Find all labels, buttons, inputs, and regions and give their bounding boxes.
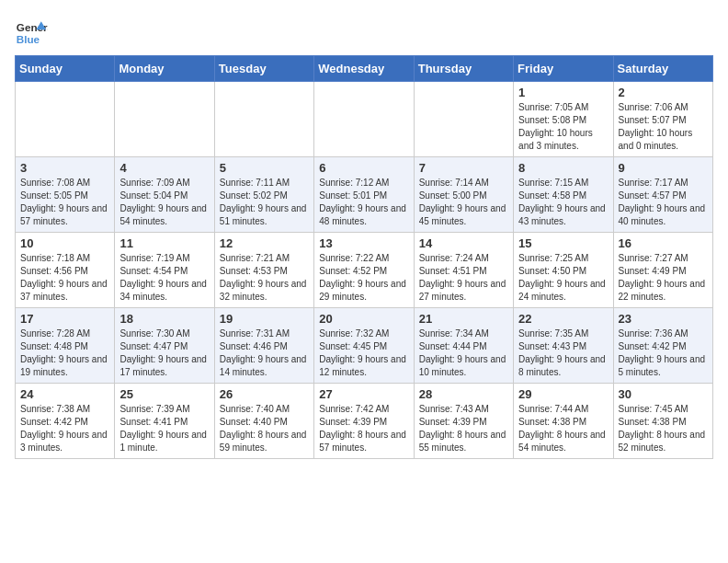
day-number: 8: [518, 161, 608, 175]
day-number: 27: [319, 387, 408, 401]
day-info: Sunrise: 7:35 AM Sunset: 4:43 PM Dayligh…: [518, 327, 608, 379]
calendar-day-cell: 20Sunrise: 7:32 AM Sunset: 4:45 PM Dayli…: [314, 308, 414, 384]
calendar-day-cell: 27Sunrise: 7:42 AM Sunset: 4:39 PM Dayli…: [314, 384, 414, 459]
logo: General Blue: [15, 15, 48, 48]
day-number: 2: [619, 86, 708, 99]
calendar-day-cell: 29Sunrise: 7:44 AM Sunset: 4:38 PM Dayli…: [514, 384, 613, 459]
day-number: 9: [619, 161, 708, 175]
calendar-day-cell: 6Sunrise: 7:12 AM Sunset: 5:01 PM Daylig…: [314, 157, 414, 233]
calendar-day-cell: 21Sunrise: 7:34 AM Sunset: 4:44 PM Dayli…: [414, 308, 513, 384]
calendar-week-row: 17Sunrise: 7:28 AM Sunset: 4:48 PM Dayli…: [16, 308, 713, 384]
weekday-header: Thursday: [414, 56, 513, 82]
calendar-day-cell: 17Sunrise: 7:28 AM Sunset: 4:48 PM Dayli…: [16, 308, 115, 384]
day-number: 29: [518, 387, 608, 401]
day-info: Sunrise: 7:19 AM Sunset: 4:54 PM Dayligh…: [119, 252, 209, 304]
day-info: Sunrise: 7:32 AM Sunset: 4:45 PM Dayligh…: [319, 327, 408, 379]
calendar-day-cell: 15Sunrise: 7:25 AM Sunset: 4:50 PM Dayli…: [514, 233, 613, 308]
day-number: 25: [119, 387, 209, 401]
calendar-day-cell: [414, 82, 513, 157]
day-info: Sunrise: 7:44 AM Sunset: 4:38 PM Dayligh…: [518, 403, 608, 454]
day-info: Sunrise: 7:21 AM Sunset: 4:53 PM Dayligh…: [220, 252, 309, 304]
day-number: 17: [20, 312, 109, 326]
calendar-day-cell: 19Sunrise: 7:31 AM Sunset: 4:46 PM Dayli…: [214, 308, 313, 384]
day-info: Sunrise: 7:24 AM Sunset: 4:51 PM Dayligh…: [419, 252, 508, 304]
day-number: 12: [220, 236, 309, 250]
calendar-day-cell: [16, 82, 115, 157]
calendar-day-cell: 30Sunrise: 7:45 AM Sunset: 4:38 PM Dayli…: [613, 384, 712, 459]
day-info: Sunrise: 7:18 AM Sunset: 4:56 PM Dayligh…: [20, 252, 109, 304]
weekday-header: Saturday: [613, 56, 712, 82]
day-info: Sunrise: 7:36 AM Sunset: 4:42 PM Dayligh…: [619, 327, 708, 379]
logo-icon: General Blue: [15, 15, 48, 48]
day-info: Sunrise: 7:08 AM Sunset: 5:05 PM Dayligh…: [20, 177, 109, 228]
day-number: 13: [319, 236, 408, 250]
day-info: Sunrise: 7:39 AM Sunset: 4:41 PM Dayligh…: [119, 403, 209, 454]
day-info: Sunrise: 7:12 AM Sunset: 5:01 PM Dayligh…: [319, 177, 408, 228]
day-info: Sunrise: 7:22 AM Sunset: 4:52 PM Dayligh…: [319, 252, 408, 304]
calendar-week-row: 24Sunrise: 7:38 AM Sunset: 4:42 PM Dayli…: [16, 384, 713, 459]
day-number: 6: [319, 161, 408, 175]
day-number: 10: [20, 236, 109, 250]
weekday-header: Tuesday: [214, 56, 313, 82]
calendar-day-cell: 25Sunrise: 7:39 AM Sunset: 4:41 PM Dayli…: [115, 384, 214, 459]
calendar-day-cell: 24Sunrise: 7:38 AM Sunset: 4:42 PM Dayli…: [16, 384, 115, 459]
svg-text:Blue: Blue: [17, 33, 40, 45]
calendar-day-cell: 22Sunrise: 7:35 AM Sunset: 4:43 PM Dayli…: [514, 308, 613, 384]
day-number: 21: [419, 312, 508, 326]
day-info: Sunrise: 7:15 AM Sunset: 4:58 PM Dayligh…: [518, 177, 608, 228]
day-info: Sunrise: 7:05 AM Sunset: 5:08 PM Dayligh…: [518, 101, 608, 153]
day-info: Sunrise: 7:34 AM Sunset: 4:44 PM Dayligh…: [419, 327, 508, 379]
day-number: 11: [119, 236, 209, 250]
day-number: 26: [220, 387, 309, 401]
calendar-week-row: 3Sunrise: 7:08 AM Sunset: 5:05 PM Daylig…: [16, 157, 713, 233]
weekday-header: Wednesday: [314, 56, 414, 82]
day-number: 14: [419, 236, 508, 250]
day-info: Sunrise: 7:43 AM Sunset: 4:39 PM Dayligh…: [419, 403, 508, 454]
weekday-header: Sunday: [16, 56, 115, 82]
day-number: 15: [518, 236, 608, 250]
calendar-day-cell: 28Sunrise: 7:43 AM Sunset: 4:39 PM Dayli…: [414, 384, 513, 459]
day-info: Sunrise: 7:38 AM Sunset: 4:42 PM Dayligh…: [20, 403, 109, 454]
calendar-day-cell: 9Sunrise: 7:17 AM Sunset: 4:57 PM Daylig…: [613, 157, 712, 233]
day-info: Sunrise: 7:11 AM Sunset: 5:02 PM Dayligh…: [220, 177, 309, 228]
calendar-day-cell: 12Sunrise: 7:21 AM Sunset: 4:53 PM Dayli…: [214, 233, 313, 308]
day-number: 28: [419, 387, 508, 401]
day-number: 4: [119, 161, 209, 175]
calendar-table: SundayMondayTuesdayWednesdayThursdayFrid…: [15, 55, 713, 459]
day-info: Sunrise: 7:17 AM Sunset: 4:57 PM Dayligh…: [619, 177, 708, 228]
day-number: 30: [619, 387, 708, 401]
day-info: Sunrise: 7:45 AM Sunset: 4:38 PM Dayligh…: [619, 403, 708, 454]
calendar-day-cell: 3Sunrise: 7:08 AM Sunset: 5:05 PM Daylig…: [16, 157, 115, 233]
day-info: Sunrise: 7:40 AM Sunset: 4:40 PM Dayligh…: [220, 403, 309, 454]
calendar-day-cell: [214, 82, 313, 157]
day-number: 20: [319, 312, 408, 326]
day-number: 19: [220, 312, 309, 326]
calendar-day-cell: 23Sunrise: 7:36 AM Sunset: 4:42 PM Dayli…: [613, 308, 712, 384]
day-number: 7: [419, 161, 508, 175]
day-info: Sunrise: 7:27 AM Sunset: 4:49 PM Dayligh…: [619, 252, 708, 304]
weekday-header: Monday: [115, 56, 214, 82]
day-info: Sunrise: 7:28 AM Sunset: 4:48 PM Dayligh…: [20, 327, 109, 379]
calendar-header-row: SundayMondayTuesdayWednesdayThursdayFrid…: [16, 56, 713, 82]
calendar-day-cell: 4Sunrise: 7:09 AM Sunset: 5:04 PM Daylig…: [115, 157, 214, 233]
calendar-week-row: 10Sunrise: 7:18 AM Sunset: 4:56 PM Dayli…: [16, 233, 713, 308]
calendar-day-cell: 1Sunrise: 7:05 AM Sunset: 5:08 PM Daylig…: [514, 82, 613, 157]
calendar-day-cell: 26Sunrise: 7:40 AM Sunset: 4:40 PM Dayli…: [214, 384, 313, 459]
calendar-week-row: 1Sunrise: 7:05 AM Sunset: 5:08 PM Daylig…: [16, 82, 713, 157]
day-number: 24: [20, 387, 109, 401]
day-info: Sunrise: 7:09 AM Sunset: 5:04 PM Dayligh…: [119, 177, 209, 228]
day-number: 3: [20, 161, 109, 175]
calendar-day-cell: 14Sunrise: 7:24 AM Sunset: 4:51 PM Dayli…: [414, 233, 513, 308]
weekday-header: Friday: [514, 56, 613, 82]
calendar-day-cell: 10Sunrise: 7:18 AM Sunset: 4:56 PM Dayli…: [16, 233, 115, 308]
day-number: 1: [518, 86, 608, 99]
day-number: 18: [119, 312, 209, 326]
calendar-day-cell: 2Sunrise: 7:06 AM Sunset: 5:07 PM Daylig…: [613, 82, 712, 157]
calendar-day-cell: 13Sunrise: 7:22 AM Sunset: 4:52 PM Dayli…: [314, 233, 414, 308]
calendar-day-cell: 11Sunrise: 7:19 AM Sunset: 4:54 PM Dayli…: [115, 233, 214, 308]
day-info: Sunrise: 7:30 AM Sunset: 4:47 PM Dayligh…: [119, 327, 209, 379]
calendar-day-cell: 5Sunrise: 7:11 AM Sunset: 5:02 PM Daylig…: [214, 157, 313, 233]
calendar-day-cell: 18Sunrise: 7:30 AM Sunset: 4:47 PM Dayli…: [115, 308, 214, 384]
calendar-day-cell: 7Sunrise: 7:14 AM Sunset: 5:00 PM Daylig…: [414, 157, 513, 233]
day-info: Sunrise: 7:25 AM Sunset: 4:50 PM Dayligh…: [518, 252, 608, 304]
